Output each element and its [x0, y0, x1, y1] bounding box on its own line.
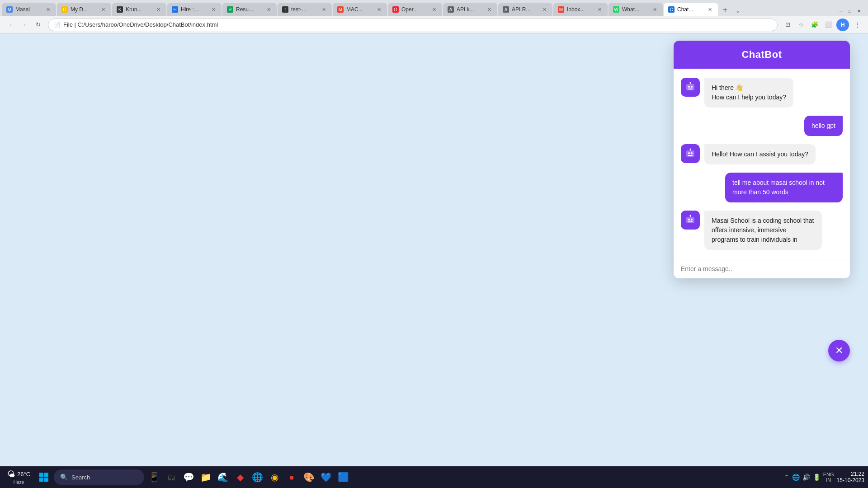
tab-close-icon[interactable]: ✕ [706, 6, 713, 13]
taskbar-search[interactable]: 🔍 Search [54, 469, 144, 485]
tab-close-icon[interactable]: ✕ [320, 6, 327, 13]
browser-tab-krun[interactable]: K Krun... ✕ [112, 3, 166, 16]
tab-close-icon[interactable]: ✕ [541, 6, 548, 13]
forward-button[interactable]: › [19, 19, 30, 30]
tab-title: test-... [291, 6, 317, 13]
taskbar-search-icon: 🔍 [60, 474, 68, 481]
maximize-button[interactable]: □ [846, 7, 854, 14]
tab-close-icon[interactable]: ✕ [430, 6, 438, 13]
tab-close-icon[interactable]: ✕ [486, 6, 493, 13]
browser-tab-resu[interactable]: R Resu... ✕ [222, 3, 277, 16]
tab-title: Krun... [126, 6, 152, 13]
tab-favicon: A [448, 6, 454, 13]
tab-favicon: M [558, 6, 564, 13]
browser-tab-inbox[interactable]: M Inbox... ✕ [553, 3, 608, 16]
weather-temp: 26°C [17, 471, 30, 478]
tab-close-icon[interactable]: ✕ [265, 6, 272, 13]
svg-point-8 [691, 152, 693, 154]
tab-close-icon[interactable]: ✕ [651, 6, 658, 13]
chat-close-fab[interactable]: ✕ [828, 340, 850, 361]
start-button[interactable] [36, 469, 52, 485]
tab-title: Oper... [401, 6, 428, 13]
blue-app[interactable]: 💙 [318, 469, 334, 485]
reload-button[interactable]: ↻ [33, 19, 43, 30]
network-icon[interactable]: 🌐 [792, 474, 800, 481]
chat-title: ChatBot [741, 49, 782, 60]
svg-point-14 [691, 219, 693, 221]
clock-time: 21:22 [851, 471, 864, 477]
bot-avatar [681, 211, 700, 230]
browser-tab-test[interactable]: t test-... ✕ [278, 3, 332, 16]
file-explorer-app[interactable]: 📁 [198, 469, 214, 485]
teams-app[interactable]: 💬 [180, 469, 197, 485]
tab-favicon: W [613, 6, 619, 13]
svg-point-11 [690, 149, 691, 150]
message-row-5: Masai School is a coding school that off… [681, 211, 843, 250]
minimize-button[interactable]: ─ [837, 7, 844, 14]
browser-tab-mac[interactable]: M MAC... ✕ [333, 3, 387, 16]
svg-rect-18 [39, 473, 43, 477]
tab-favicon: O [392, 6, 399, 13]
browser-tab-apir[interactable]: A API R... ✕ [498, 3, 552, 16]
volume-icon[interactable]: 🔊 [802, 474, 810, 481]
chat-widget: ChatBot Hi there 👋How can I help you tod… [674, 41, 850, 278]
svg-point-2 [691, 86, 693, 88]
extensions-button[interactable]: 🧩 [809, 19, 820, 30]
bookmark-button[interactable]: ☆ [796, 19, 807, 30]
browser-tab-apik[interactable]: A API k... ✕ [443, 3, 497, 16]
tab-overflow-button[interactable]: ⌄ [732, 5, 743, 16]
user-message: tell me about masai school in not more t… [725, 173, 843, 202]
tab-title: Masai [15, 6, 42, 13]
close-button[interactable]: ✕ [855, 7, 863, 14]
clock-date: 15-10-2023 [837, 477, 864, 483]
browser-tab-hire[interactable]: H Hire :... ✕ [167, 3, 222, 16]
tab-favicon: A [503, 6, 509, 13]
taskbar-weather[interactable]: 🌤 26°C Haze [4, 469, 34, 485]
tab-close-icon[interactable]: ✕ [375, 6, 382, 13]
tab-close-icon[interactable]: ✕ [44, 6, 52, 13]
browser-tab-chat[interactable]: C Chat... ✕ [664, 3, 718, 16]
tab-close-icon[interactable]: ✕ [596, 6, 603, 13]
chevron-up-icon[interactable]: ⌃ [784, 474, 789, 481]
tab-close-icon[interactable]: ✕ [99, 6, 107, 13]
split-screen-button[interactable]: ⬜ [823, 19, 834, 30]
vscode-app[interactable]: 🟦 [335, 469, 351, 485]
tab-close-icon[interactable]: ✕ [210, 6, 217, 13]
menu-button[interactable]: ⋮ [852, 19, 863, 30]
address-bar: ‹ › ↻ 📄 File | C:/Users/haroo/OneDrive/D… [0, 16, 868, 33]
chat-input-area[interactable] [674, 259, 850, 278]
tab-close-icon[interactable]: ✕ [155, 6, 162, 13]
battery-icon[interactable]: 🔋 [813, 474, 821, 481]
tab-bar: M Masai ✕ D My D... ✕ K Krun... ✕ H Hire… [0, 0, 868, 16]
svg-rect-20 [39, 478, 43, 482]
browser-tab-oper[interactable]: O Oper... ✕ [388, 3, 442, 16]
red-app[interactable]: ◆ [232, 469, 248, 485]
lang-text: ENG [823, 472, 834, 477]
bot-avatar [681, 78, 700, 97]
palette-app[interactable]: 🎨 [301, 469, 317, 485]
user-message: hello gpt [804, 116, 843, 136]
bot-message: Hello! How can I assist you today? [704, 144, 816, 164]
browser-tab-masai[interactable]: M Masai ✕ [2, 3, 56, 16]
tab-title: MAC... [346, 6, 373, 13]
new-tab-button[interactable]: + [719, 4, 731, 16]
back-button[interactable]: ‹ [5, 19, 16, 30]
browser-tab-what[interactable]: W What... ✕ [609, 3, 663, 16]
edge-app[interactable]: 🌊 [215, 469, 231, 485]
url-input[interactable]: 📄 File | C:/Users/haroo/OneDrive/Desktop… [48, 19, 778, 31]
globe-app[interactable]: 🌐 [249, 469, 265, 485]
chrome-app[interactable]: ◉ [266, 469, 283, 485]
svg-point-17 [690, 215, 691, 216]
url-lock-icon: 📄 [54, 22, 61, 28]
profile-button[interactable]: H [836, 19, 849, 31]
red-circle-app[interactable]: ● [283, 469, 300, 485]
lang-region: IN [826, 477, 831, 483]
svg-rect-21 [44, 478, 48, 482]
url-text: File | C:/Users/haroo/OneDrive/Desktop/C… [63, 21, 772, 28]
task-view-app[interactable]: 🗂 [163, 469, 179, 485]
browser-tab-my-d[interactable]: D My D... ✕ [57, 3, 111, 16]
chat-input[interactable] [681, 265, 843, 272]
tab-favicon: t [282, 6, 288, 13]
cast-button[interactable]: ⊡ [782, 19, 793, 30]
phone-link-app[interactable]: 📱 [146, 469, 162, 485]
